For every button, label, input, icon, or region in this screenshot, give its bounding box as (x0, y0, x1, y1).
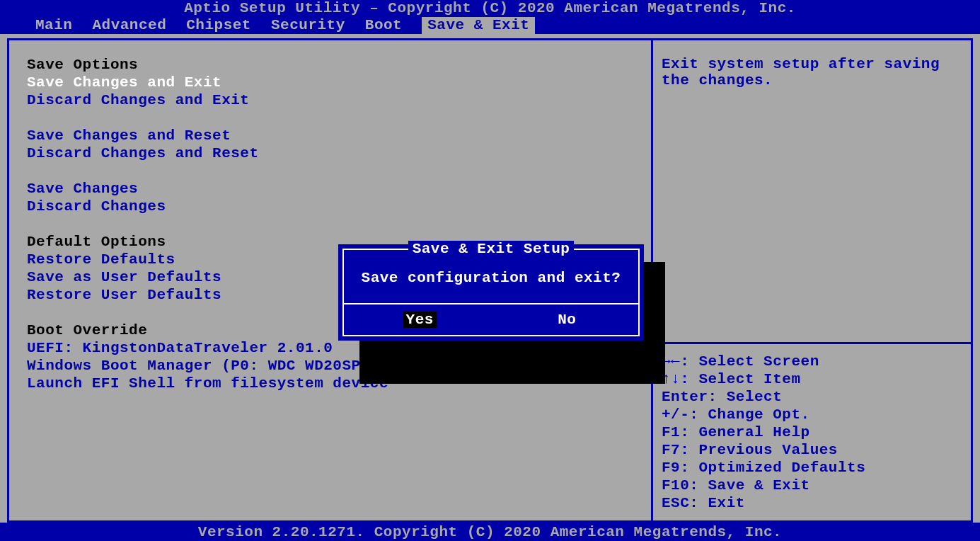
help-description: Exit system setup after saving the chang… (653, 40, 971, 342)
help-keys: →←: Select Screen ↑↓: Select Item Enter:… (653, 342, 971, 520)
section-save-options: Save Options (27, 56, 633, 74)
help-key-save-exit: F10: Save & Exit (662, 477, 962, 494)
footer-version: Version 2.20.1271. Copyright (C) 2020 Am… (0, 524, 980, 541)
tab-security[interactable]: Security (271, 17, 345, 34)
header-title: Aptio Setup Utility – Copyright (C) 2020… (0, 0, 980, 17)
tab-main[interactable]: Main (35, 17, 72, 34)
item-save-changes[interactable]: Save Changes (27, 180, 633, 198)
dialog-no-button[interactable]: No (555, 312, 579, 328)
help-key-general-help: F1: General Help (662, 423, 962, 441)
tab-chipset[interactable]: Chipset (186, 17, 251, 34)
help-key-change-opt: +/-: Change Opt. (662, 406, 962, 423)
confirm-dialog: Save & Exit Setup Save configuration and… (338, 244, 644, 341)
tab-boot[interactable]: Boot (365, 17, 402, 34)
item-save-changes-and-reset[interactable]: Save Changes and Reset (27, 127, 633, 144)
item-discard-changes-and-reset[interactable]: Discard Changes and Reset (27, 144, 633, 162)
tab-save-exit[interactable]: Save & Exit (422, 17, 535, 34)
tab-advanced[interactable]: Advanced (92, 17, 166, 34)
help-key-select-screen: →←: Select Screen (662, 353, 962, 370)
dialog-title: Save & Exit Setup (408, 241, 575, 257)
work-area: Save Options Save Changes and Exit Disca… (0, 34, 980, 523)
help-key-esc-exit: ESC: Exit (662, 494, 962, 512)
help-key-enter: Enter: Select (662, 388, 962, 406)
dialog-yes-button[interactable]: Yes (403, 312, 437, 328)
dialog-message: Save configuration and exit? (344, 250, 638, 303)
help-key-optimized-defaults: F9: Optimized Defaults (662, 459, 962, 477)
help-key-previous-values: F7: Previous Values (662, 441, 962, 459)
help-key-select-item: ↑↓: Select Item (662, 370, 962, 388)
item-discard-changes[interactable]: Discard Changes (27, 198, 633, 215)
item-save-changes-and-exit[interactable]: Save Changes and Exit (27, 74, 633, 91)
tab-bar: Main Advanced Chipset Security Boot Save… (0, 17, 980, 34)
right-pane: Exit system setup after saving the chang… (651, 38, 973, 523)
item-discard-changes-and-exit[interactable]: Discard Changes and Exit (27, 91, 633, 109)
